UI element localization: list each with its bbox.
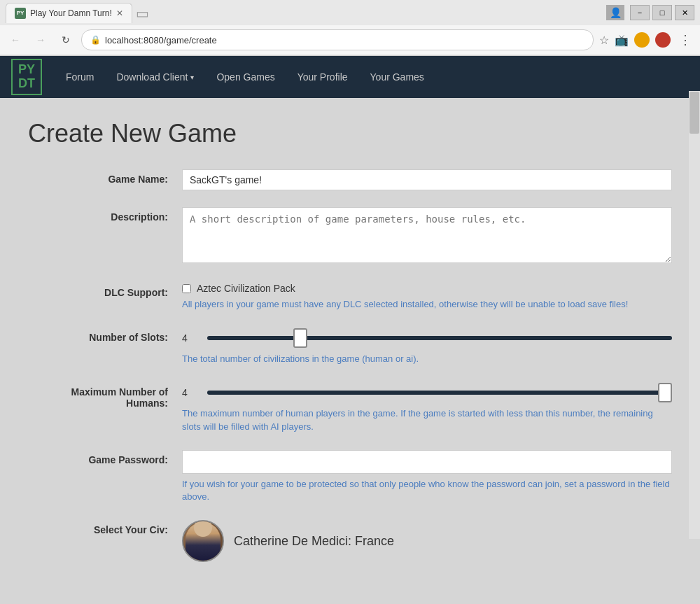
humans-value: 4 — [182, 387, 196, 398]
description-input[interactable] — [182, 207, 672, 263]
max-humans-field: 4 The maximum number of human players in… — [182, 382, 672, 433]
app-logo[interactable]: PY DT — [11, 59, 42, 95]
dlc-help-text: All players in your game must have any D… — [182, 298, 672, 311]
extension-icon-1[interactable] — [634, 32, 650, 48]
tab-title: Play Your Damn Turn! — [30, 8, 112, 18]
select-civ-row: Select Your Civ: Catherine De Medici: Fr… — [28, 520, 672, 562]
nav-your-profile[interactable]: Your Profile — [288, 66, 358, 88]
title-bar: PY Play Your Damn Turn! ✕ ▭ 👤 − □ ✕ — [0, 0, 700, 25]
description-row: Description: — [28, 207, 672, 266]
slots-help-text: The total number of civilizations in the… — [182, 353, 672, 365]
page-title: Create New Game — [28, 119, 672, 148]
description-field — [182, 207, 672, 266]
civ-figure — [186, 522, 220, 561]
address-bar[interactable]: 🔒 localhost:8080/game/create — [81, 29, 594, 50]
nav-forum[interactable]: Forum — [56, 66, 104, 88]
scrollbar[interactable] — [689, 91, 700, 539]
game-password-field: If you wish for your game to be protecte… — [182, 450, 672, 503]
max-humans-row: Maximum Number of Humans: 4 The maximum … — [28, 382, 672, 433]
nav-open-games[interactable]: Open Games — [206, 66, 284, 88]
forward-button[interactable]: → — [31, 30, 50, 50]
browser-tab[interactable]: PY Play Your Damn Turn! ✕ — [6, 3, 132, 23]
logo-text-2: DT — [18, 77, 35, 91]
main-nav: Forum Download Client ▾ Open Games Your … — [56, 66, 434, 88]
humans-slider-container — [207, 382, 672, 403]
game-name-row: Game Name: — [28, 169, 672, 190]
game-password-input[interactable] — [182, 450, 672, 474]
humans-help-text: The maximum number of human players in t… — [182, 407, 672, 433]
num-slots-field: 4 The total number of civilizations in t… — [182, 328, 672, 365]
password-help-text: If you wish for your game to be protecte… — [182, 478, 672, 503]
game-password-label: Game Password: — [28, 450, 182, 465]
new-tab-button[interactable]: ▭ — [132, 3, 153, 23]
dlc-support-label: DLC Support: — [28, 283, 182, 298]
dlc-checkbox-row: Aztec Civilization Pack — [182, 283, 672, 294]
dropdown-arrow-icon: ▾ — [190, 73, 194, 81]
scrollbar-thumb[interactable] — [690, 92, 699, 134]
reload-button[interactable]: ↻ — [56, 30, 76, 50]
window-controls: 👤 − □ ✕ — [606, 5, 694, 20]
dlc-checkbox[interactable] — [182, 284, 191, 293]
tab-favicon: PY — [15, 8, 26, 19]
humans-slider-thumb[interactable] — [658, 383, 672, 402]
dlc-support-row: DLC Support: Aztec Civilization Pack All… — [28, 283, 672, 311]
app-nav: PY DT Forum Download Client ▾ Open Games… — [0, 56, 700, 98]
dlc-option-label: Aztec Civilization Pack — [197, 283, 295, 294]
back-button[interactable]: ← — [6, 30, 25, 50]
humans-slider-track — [207, 391, 672, 395]
description-label: Description: — [28, 207, 182, 223]
bookmark-icon[interactable]: ☆ — [599, 34, 609, 47]
dlc-field: Aztec Civilization Pack All players in y… — [182, 283, 672, 311]
nav-bar: ← → ↻ 🔒 localhost:8080/game/create ☆ 📺 ⋮ — [0, 25, 700, 55]
slots-slider-row: 4 — [182, 328, 672, 349]
nav-your-games[interactable]: Your Games — [360, 66, 434, 88]
user-icon: 👤 — [606, 5, 624, 20]
civ-display[interactable]: Catherine De Medici: France — [182, 520, 672, 562]
tab-close-button[interactable]: ✕ — [116, 8, 123, 18]
civ-avatar-image — [183, 521, 223, 561]
select-civ-field: Catherine De Medici: France — [182, 520, 672, 562]
num-slots-label: Number of Slots: — [28, 328, 182, 343]
slots-slider-container — [207, 328, 672, 349]
minimize-button[interactable]: − — [630, 5, 650, 20]
extension-icon-2[interactable] — [655, 32, 671, 48]
game-name-input[interactable] — [182, 169, 672, 190]
maximize-button[interactable]: □ — [652, 5, 672, 20]
civ-avatar — [182, 520, 224, 562]
slots-value: 4 — [182, 332, 196, 344]
game-password-row: Game Password: If you wish for your game… — [28, 450, 672, 503]
nav-download-client[interactable]: Download Client ▾ — [106, 66, 204, 88]
humans-slider-row: 4 — [182, 382, 672, 403]
close-button[interactable]: ✕ — [675, 5, 694, 20]
max-humans-label: Maximum Number of Humans: — [28, 382, 182, 409]
browser-chrome: PY Play Your Damn Turn! ✕ ▭ 👤 − □ ✕ ← → … — [0, 0, 700, 56]
select-civ-label: Select Your Civ: — [28, 520, 182, 535]
num-slots-row: Number of Slots: 4 The total number of c… — [28, 328, 672, 365]
slots-slider-thumb[interactable] — [293, 328, 307, 348]
slots-slider-track — [207, 336, 672, 340]
address-text: localhost:8080/game/create — [105, 35, 584, 45]
menu-button[interactable]: ⋮ — [676, 32, 694, 48]
cast-icon[interactable]: 📺 — [615, 34, 629, 47]
game-name-field — [182, 169, 672, 190]
main-content: Create New Game Game Name: Description: … — [0, 98, 700, 600]
logo-text: PY — [18, 63, 35, 77]
civ-name: Catherine De Medici: France — [234, 534, 394, 549]
game-name-label: Game Name: — [28, 169, 182, 185]
